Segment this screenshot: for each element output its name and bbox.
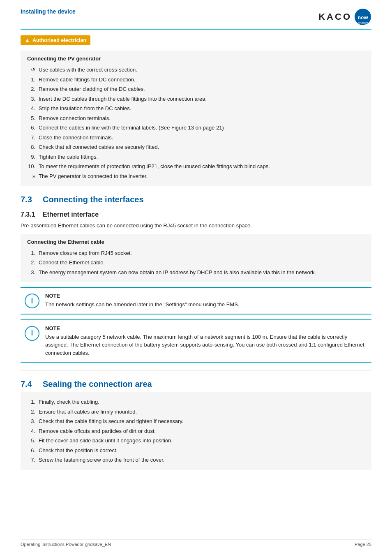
ethernet-box: Connecting the Ethernet cable 1. Remove … — [21, 234, 371, 282]
list-text: Remove cable offcuts and particles of di… — [39, 427, 365, 435]
list-text: Check that the cable fitting is secure a… — [39, 417, 365, 426]
logo-text: KACO — [318, 12, 352, 22]
list-text: Screw the fastening screw onto the front… — [39, 456, 365, 464]
list-num: 4. — [27, 427, 35, 435]
list-num: 5. — [27, 114, 35, 123]
pv-box-title: Connecting the PV generator — [27, 56, 365, 62]
ethernet-box-title: Connecting the Ethernet cable — [27, 239, 365, 245]
list-text: Finally, check the cabling. — [39, 398, 365, 406]
list-item: 1. Remove closure cap from RJ45 socket. — [27, 248, 365, 258]
list-item: 5. Remove connection terminals. — [27, 113, 365, 123]
pv-result-text: The PV generator is connected to the inv… — [39, 172, 365, 180]
note-content-1: NOTE The network settings can be amended… — [45, 293, 367, 309]
list-item: 3. The energy management system can now … — [27, 268, 365, 278]
svg-text:new: new — [357, 14, 368, 21]
list-text: Check that the position is correct. — [39, 446, 365, 455]
section-7-3-heading: 7.3 Connecting the interfaces — [21, 195, 371, 204]
section-7-4-num: 7.4 — [21, 379, 35, 389]
list-item: 1. Finally, check the cabling. — [27, 397, 365, 407]
page-footer: Operating instructions Powador-gridsave_… — [21, 539, 371, 547]
pv-generator-box: Connecting the PV generator ↺ Use cables… — [21, 51, 371, 186]
list-num: 3. — [27, 268, 35, 277]
list-item: 9. Tighten the cable fittings. — [27, 152, 365, 162]
note-content-2: NOTE Use a suitable category 5 network c… — [45, 325, 367, 357]
list-text: Insert the DC cables through the cable f… — [39, 95, 365, 103]
list-item: 1. Remove cable fittings for DC connecti… — [27, 75, 365, 85]
section-7-3-1-num: 7.3.1 — [21, 211, 35, 218]
ethernet-intro: Pre-assembled Ethernet cables can be con… — [21, 222, 371, 230]
list-text: Connect the Ethernet cable. — [39, 259, 365, 267]
list-item: 7. Close the connection terminals. — [27, 133, 365, 143]
list-text: Tighten the cable fittings. — [39, 153, 365, 161]
list-item: 3. Insert the DC cables through the cabl… — [27, 94, 365, 104]
list-item: 7. Screw the fastening screw onto the fr… — [27, 455, 365, 465]
note-text-2: Use a suitable category 5 network cable.… — [45, 333, 367, 357]
list-text: Close the connection terminals. — [39, 134, 365, 142]
list-num: 1. — [27, 76, 35, 84]
pv-bullet-item: ↺ Use cables with the correct cross-sect… — [27, 65, 365, 75]
list-num: 2. — [27, 85, 35, 93]
list-num: 7. — [27, 134, 35, 142]
logo-icon: new energy — [354, 8, 371, 25]
list-item: 2. Remove the outer cladding of the DC c… — [27, 84, 365, 94]
list-item: 2. Connect the Ethernet cable. — [27, 258, 365, 268]
page-header: Installing the device KACO new energy — [21, 8, 371, 30]
page-title: Installing the device — [21, 8, 76, 15]
list-num: 6. — [27, 446, 35, 455]
list-num: 1. — [27, 398, 35, 406]
section-7-3-num: 7.3 — [21, 195, 35, 204]
list-item: 4. Remove cable offcuts and particles of… — [27, 426, 365, 436]
list-num: 5. — [27, 437, 35, 445]
list-text: Fit the cover and slide back until it en… — [39, 437, 365, 445]
list-item: 5. Fit the cover and slide back until it… — [27, 436, 365, 446]
section-7-3-title: Connecting the interfaces — [43, 195, 144, 204]
list-text: Check that all connected cables are secu… — [39, 143, 365, 151]
list-num: 3. — [27, 95, 35, 103]
list-text: Remove the outer cladding of the DC cabl… — [39, 85, 365, 93]
section-7-4-title: Sealing the connection area — [43, 379, 152, 389]
list-text: To meet the requirements of protection r… — [39, 162, 365, 171]
result-arrow-icon: » — [27, 172, 35, 180]
sealing-box: 1. Finally, check the cabling. 2. Ensure… — [21, 392, 371, 470]
warning-badge: ▲ Authorised electrician — [21, 35, 90, 45]
list-num: 2. — [27, 408, 35, 416]
svg-text:energy: energy — [358, 21, 368, 25]
warning-triangle-icon: ▲ — [25, 37, 30, 43]
list-item: 3. Check that the cable fitting is secur… — [27, 416, 365, 426]
list-text: Strip the insulation from the DC cables. — [39, 104, 365, 113]
note-text-1: The network settings can be amended late… — [45, 301, 367, 309]
list-num: 4. — [27, 104, 35, 113]
list-num: 2. — [27, 259, 35, 267]
list-num: 3. — [27, 417, 35, 426]
list-text: Ensure that all cables are firmly mounte… — [39, 408, 365, 416]
list-num: 7. — [27, 456, 35, 464]
list-item: 10. To meet the requirements of protecti… — [27, 162, 365, 171]
list-num: 1. — [27, 249, 35, 257]
list-item: 4. Strip the insulation from the DC cabl… — [27, 104, 365, 113]
pv-bullet-text: Use cables with the correct cross-sectio… — [39, 66, 365, 74]
list-num: 9. — [27, 153, 35, 161]
list-item: 6. Check that the position is correct. — [27, 446, 365, 456]
list-item: 6. Connect the cables in line with the t… — [27, 123, 365, 133]
list-text: The energy management system can now obt… — [39, 268, 365, 277]
footer-left: Operating instructions Powador-gridsave_… — [21, 542, 111, 547]
pv-result-item: » The PV generator is connected to the i… — [27, 171, 365, 181]
section-7-3-1-heading: 7.3.1 Ethernet interface — [21, 211, 371, 218]
list-text: Remove cable fittings for DC connection. — [39, 76, 365, 84]
list-text: Connect the cables in line with the term… — [39, 124, 365, 132]
bullet-icon: ↺ — [27, 66, 35, 74]
list-item: 8. Check that all connected cables are s… — [27, 142, 365, 152]
section-divider — [21, 370, 371, 370]
list-num: 6. — [27, 124, 35, 132]
note-icon-2: i — [25, 326, 39, 341]
section-7-3-1-title: Ethernet interface — [43, 211, 99, 218]
list-text: Remove closure cap from RJ45 socket. — [39, 249, 365, 257]
footer-right: Page 25 — [355, 542, 371, 547]
list-item: 2. Ensure that all cables are firmly mou… — [27, 407, 365, 417]
list-num: 8. — [27, 143, 35, 151]
list-num: 10. — [27, 162, 35, 171]
list-text: Remove connection terminals. — [39, 114, 365, 123]
note-box-2: i NOTE Use a suitable category 5 network… — [21, 319, 371, 363]
section-7-4-heading: 7.4 Sealing the connection area — [21, 379, 371, 389]
note-title-2: NOTE — [45, 325, 367, 331]
